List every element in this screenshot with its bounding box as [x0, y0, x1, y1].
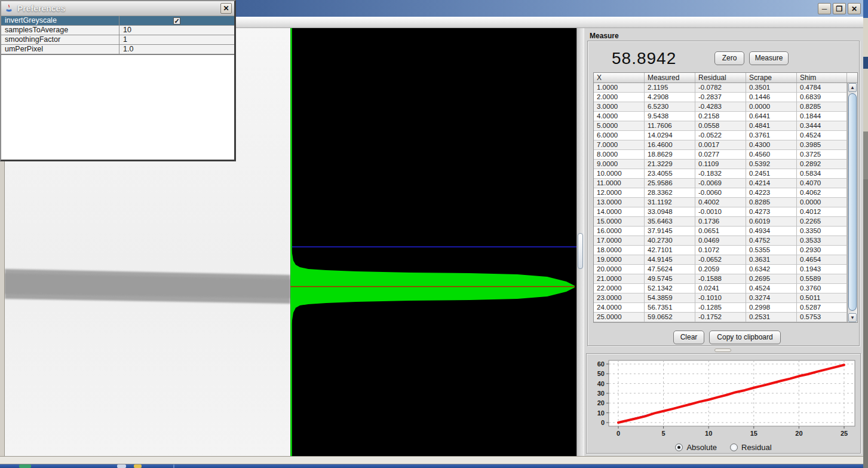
table-row[interactable]: 2.00004.2908-0.28370.14460.6839	[594, 93, 847, 102]
table-row[interactable]: 6.000014.0294-0.05220.37610.4524	[594, 131, 847, 140]
scrollbar-thumb[interactable]	[578, 233, 583, 269]
pref-name: invertGreyscale	[1, 16, 119, 25]
radio-absolute-label: Absolute	[686, 443, 717, 452]
table-cell: 0.6342	[746, 265, 797, 274]
table-cell: 16.0000	[594, 227, 645, 236]
table-cell: 28.3362	[645, 188, 695, 198]
table-cell: 0.3631	[746, 255, 797, 265]
table-cell: -0.1752	[695, 313, 746, 322]
radio-absolute[interactable]: Absolute	[675, 443, 717, 452]
intensity-profile-panel[interactable]	[290, 28, 576, 456]
table-row[interactable]: 16.000037.91450.06510.49340.3350	[594, 227, 847, 236]
pref-row-samplesToAverage[interactable]: samplesToAverage 10	[1, 26, 234, 35]
table-row[interactable]: 1.00002.1195-0.07820.35010.4784	[594, 83, 847, 93]
table-row[interactable]: 24.000056.7351-0.12850.29980.5287	[594, 303, 847, 313]
table-cell: 0.3501	[746, 83, 797, 93]
table-cell: 3.0000	[594, 102, 645, 112]
table-row[interactable]: 14.000033.0948-0.00100.42730.4012	[594, 207, 847, 217]
column-header-shim[interactable]: Shim	[797, 73, 847, 82]
table-scrollbar-thumb[interactable]	[848, 93, 857, 311]
measure-groupbox: 58.8942 Zero Measure XMeasuredResidualSc…	[587, 41, 860, 346]
table-row[interactable]: 17.000040.27300.04690.47520.3533	[594, 236, 847, 246]
table-row[interactable]: 11.000025.9586-0.00690.42140.4070	[594, 179, 847, 188]
table-row[interactable]: 23.000054.3859-0.10100.32740.5011	[594, 293, 847, 303]
table-row[interactable]: 18.000042.71010.10720.53550.2930	[594, 246, 847, 255]
table-cell: 0.0241	[695, 284, 746, 293]
table-cell: 25.9586	[645, 179, 695, 188]
table-row[interactable]: 7.000016.46000.00170.43000.3985	[594, 140, 847, 150]
column-header-residual[interactable]: Residual	[695, 73, 746, 82]
zero-button[interactable]: Zero	[714, 51, 744, 65]
minimize-button[interactable]: ─	[818, 3, 831, 14]
table-cell: -0.4283	[695, 102, 746, 112]
table-cell: 19.0000	[594, 255, 645, 265]
pref-name: umPerPixel	[1, 45, 119, 54]
radio-absolute-circle-icon[interactable]	[675, 443, 683, 451]
image-vertical-scrollbar[interactable]	[576, 28, 584, 456]
measure-button[interactable]: Measure	[749, 51, 789, 65]
table-cell: -0.0652	[695, 255, 746, 265]
radio-residual[interactable]: Residual	[730, 443, 772, 452]
scroll-down-icon[interactable]: ▼	[848, 313, 857, 322]
radio-residual-circle-icon[interactable]	[730, 443, 738, 451]
table-cell: 0.2059	[695, 265, 746, 274]
taskbar-icon	[19, 464, 31, 468]
table-cell: 0.4784	[797, 83, 847, 93]
table-row[interactable]: 12.000028.3362-0.00600.42230.4062	[594, 188, 847, 198]
table-row[interactable]: 4.00009.54380.21580.64410.1844	[594, 112, 847, 121]
table-row[interactable]: 15.000035.64630.17360.60190.2265	[594, 217, 847, 227]
column-header-measured[interactable]: Measured	[645, 73, 695, 82]
maximize-button[interactable]: ❐	[833, 3, 846, 14]
table-row[interactable]: 8.000018.86290.02770.45600.3725	[594, 150, 847, 160]
table-cell: -0.0522	[695, 131, 746, 140]
table-row[interactable]: 3.00006.5230-0.42830.00000.8285	[594, 102, 847, 112]
invert-greyscale-checkbox[interactable]: ✓	[173, 17, 180, 25]
table-cell: 0.2998	[746, 303, 797, 313]
table-row[interactable]: 19.000044.9145-0.06520.36310.4654	[594, 255, 847, 265]
table-cell: 0.3350	[797, 227, 847, 236]
table-row[interactable]: 21.000049.5745-0.15880.26950.5589	[594, 274, 847, 284]
table-cell: 44.9145	[645, 255, 695, 265]
pref-value[interactable]: 1.0	[119, 45, 234, 54]
table-row[interactable]: 13.000031.11920.40020.82850.0000	[594, 198, 847, 207]
table-row[interactable]: 25.000059.0652-0.17520.25310.5753	[594, 313, 847, 322]
table-cell: 11.7606	[645, 121, 695, 131]
column-header-scrape[interactable]: Scrape	[746, 73, 797, 82]
table-cell: 52.1342	[645, 284, 695, 293]
table-vertical-scrollbar[interactable]: ▲ ▼	[847, 83, 857, 322]
chart-mode-radio-group: Absolute Residual	[587, 443, 860, 452]
table-cell: 33.0948	[645, 207, 695, 217]
table-row[interactable]: 22.000052.13420.02410.45240.3760	[594, 284, 847, 293]
scroll-up-icon[interactable]: ▲	[848, 83, 857, 92]
table-row[interactable]: 10.000023.4055-0.18320.24510.5834	[594, 169, 847, 179]
pref-value[interactable]: 1	[119, 35, 234, 44]
table-cell: 17.0000	[594, 236, 645, 246]
table-row[interactable]: 5.000011.76060.05580.48410.3444	[594, 121, 847, 131]
close-button[interactable]: ✕	[848, 3, 861, 14]
table-row[interactable]: 20.000047.56240.20590.63420.1943	[594, 265, 847, 274]
svg-text:0: 0	[617, 430, 620, 437]
column-header-x[interactable]: X	[594, 73, 645, 82]
measurements-table[interactable]: XMeasuredResidualScrapeShim 1.00002.1195…	[593, 72, 858, 323]
table-cell: -0.1588	[695, 274, 746, 284]
preferences-titlebar[interactable]: Preferences ✕	[1, 1, 234, 16]
copy-to-clipboard-button[interactable]: Copy to clipboard	[709, 331, 781, 344]
preferences-close-button[interactable]: ✕	[220, 3, 232, 14]
table-cell: 0.3760	[797, 284, 847, 293]
pref-value[interactable]: 10	[119, 26, 234, 35]
pref-row-smoothingFactor[interactable]: smoothingFactor 1	[1, 35, 234, 45]
taskbar-icon	[117, 464, 126, 468]
splitter-handle[interactable]	[714, 348, 731, 352]
pref-row-invertGreyscale[interactable]: invertGreyscale ✓	[1, 16, 234, 26]
pref-row-umPerPixel[interactable]: umPerPixel 1.0	[1, 45, 234, 54]
preferences-dialog[interactable]: Preferences ✕ invertGreyscale ✓ samplesT…	[0, 0, 236, 161]
table-cell: 22.0000	[594, 284, 645, 293]
table-cell: 0.2892	[797, 160, 847, 169]
clear-button[interactable]: Clear	[673, 331, 704, 344]
preferences-table[interactable]: invertGreyscale ✓ samplesToAverage 10 sm…	[1, 16, 234, 55]
table-cell: 2.1195	[645, 83, 695, 93]
table-cell: -0.0060	[695, 188, 746, 198]
table-cell: 0.5834	[797, 169, 847, 179]
pref-name: samplesToAverage	[1, 26, 119, 35]
table-row[interactable]: 9.000021.32290.11090.53920.2892	[594, 160, 847, 169]
